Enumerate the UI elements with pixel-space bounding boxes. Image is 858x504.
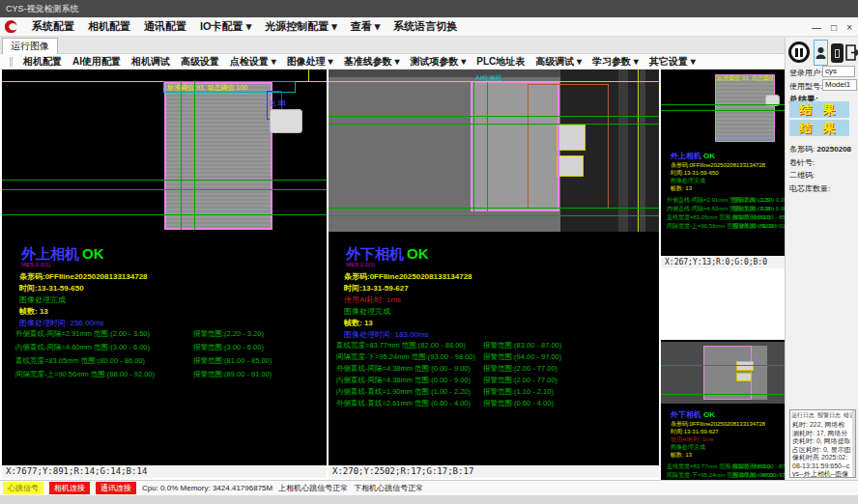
maximize-button[interactable]: □ [831, 22, 837, 33]
alarm-range: 报警范围:(89.00 - 91.00) [193, 370, 272, 379]
tool-advanced-debug[interactable]: 高级调试 ▾ [535, 55, 582, 69]
measurement-text: 外侧直线-直线=2.61mm 范围:(0.60 - 4.00) [336, 399, 471, 408]
pause-button[interactable] [788, 42, 810, 63]
thumbnail-view-upper[interactable]: 标准阈值:93, 动态阈值:100 外上相机OK 条形码:0FFIline202… [661, 70, 785, 268]
alarm-range: 报警范围:(94.00 - 97.00) [732, 471, 785, 479]
status-bar: 心跳信号 相机连接 通讯连接 Cpu: 0.0% Memory: 3424.41… [0, 480, 858, 495]
tool-image-processing[interactable]: 图像处理 ▾ [287, 55, 333, 69]
roi-box-orange [528, 84, 609, 209]
alarm-range: 报警范围:(1.10 - 2.10) [483, 387, 554, 397]
toolbar: 相机配置 AI使用配置 相机调试 高级设置 点检设置 ▾ 图像处理 ▾ 基准线参… [0, 54, 785, 70]
pixel-coordinate-status: X:267;Y:13;R:0;G:0;B:0 [661, 256, 785, 268]
measurement-text: 间隔宽度-下=95.24mm 范围:(93.00 - 98.00) [336, 352, 475, 362]
measurement-row: 直线宽度=83.05mm 范围:(80.00 - 86.00) 报警范围:(81… [2, 356, 327, 366]
tool-baseline-params[interactable]: 基准线参数 ▾ [344, 55, 400, 69]
camera-name: 外下相机 [346, 245, 404, 262]
log-area[interactable]: 运行日志 报警日志 错误日志 耗时: 222, 网络检测耗时: 17, 网络分类… [789, 409, 856, 478]
camera-connect-badge: 相机连接 [49, 482, 90, 494]
alarm-range: 报警范围:(81.00 - 85.00) [193, 356, 272, 366]
main-area: 标准阈值:93, 动态阈值:100 区:88 外上相机OK MES:2,0(1)… [0, 70, 858, 480]
user-login-button[interactable] [814, 40, 828, 66]
upper-camera-heartbeat-status: 上相机心跳信号正常 [278, 483, 348, 493]
window-controls: — □ × [812, 17, 852, 37]
frame-count-line: 帧数: 13 [671, 184, 692, 193]
menu-item-view[interactable]: 查看 ▾ [351, 19, 381, 34]
alarm-range: 报警范围:(81.00 - 85.00) [732, 213, 785, 221]
alarm-range: 报警范围:(83.00 - 87.00) [483, 341, 561, 350]
lock-button[interactable] [831, 43, 844, 63]
time-line: 时间:13-31-59-627 [344, 283, 409, 294]
measurement-row: 内侧直线-间隔=4.38mm 范围:(0.00 - 9.00) 报警范围:(2.… [329, 376, 659, 385]
tool-learn-params[interactable]: 学习参数 ▾ [592, 55, 639, 69]
barcode-line: 条形码:0FFIline20250208133134728 [19, 271, 148, 282]
measurement-text: 外侧直线-间隔=4.38mm 范围:(0.00 - 9.00) [336, 364, 471, 374]
measurement-text: 外侧直线-间隔=2.91mm 范围:(2.00 - 3.50) [15, 329, 150, 339]
result-indicator-1: 结 果 [789, 101, 849, 118]
tool-camera-config[interactable]: 相机配置 [23, 55, 62, 69]
menu-item-io-config[interactable]: IO卡配置 ▾ [200, 19, 251, 34]
threshold-overlay-label: 标准阈值:93, 动态阈值:100 [167, 83, 247, 93]
menu-item-camera-config[interactable]: 相机配置 [88, 19, 130, 34]
pixel-coordinate-status: X:7677;Y:891;R:14;G:14;B:14 [2, 465, 327, 478]
overlay-yellow-vline [308, 70, 309, 82]
exit-door-icon [845, 44, 858, 61]
cpu-memory-status: Cpu: 0.0% Memory: 3424.41796875M [142, 484, 272, 492]
menu-bar: 系统配置 相机配置 通讯配置 IO卡配置 ▾ 光源控制配置 ▾ 查看 ▾ 系统语… [0, 17, 858, 37]
measurement-row: 外侧直线-间隔=4.38mm 范围:(0.00 - 9.00) 报警范围:(2.… [329, 364, 659, 374]
alarm-range: 报警范围:(83.00 - 87.00) [732, 462, 785, 470]
lock-icon [835, 49, 840, 58]
measurement-text: 直线宽度=83.05mm 范围:(80.00 - 86.00) [15, 356, 145, 366]
measurement-row: 内侧直线-间隔=4.60mm 范围:(3.00 - 6.00) 报警范围:(3.… [2, 343, 327, 352]
measurement-row: 外侧直线-直线=2.61mm 范围:(0.60 - 4.00) 报警范围:(0.… [329, 399, 659, 408]
mes-line: MES:2,0(1) [346, 262, 375, 267]
camera-name: 外下相机 [671, 410, 701, 419]
menu-item-system-config[interactable]: 系统配置 [32, 19, 74, 34]
close-button[interactable]: × [846, 22, 852, 33]
log-tab-run[interactable]: 运行日志 [791, 411, 815, 420]
measurement-text: 内侧直线-间隔=4.38mm 范围:(0.00 - 9.00) [336, 376, 471, 385]
tool-camera-debug[interactable]: 相机调试 [131, 55, 170, 69]
menu-item-language[interactable]: 系统语言切换 [393, 19, 457, 34]
camera-result-title: 外下相机OK [671, 409, 715, 420]
tool-ai-config[interactable]: AI使用配置 [72, 55, 121, 69]
tool-advanced-settings[interactable]: 高级设置 [181, 55, 219, 69]
barcode-label: 条形码: [789, 145, 815, 154]
menu-item-comm-config[interactable]: 通讯配置 [144, 19, 186, 34]
camera-view-upper-outer[interactable]: 标准阈值:93, 动态阈值:100 区:88 外上相机OK MES:2,0(1)… [2, 70, 327, 478]
menu-item-light-config[interactable]: 光源控制配置 ▾ [265, 19, 337, 34]
alarm-range: 报警范围:(0.60 - 4.00) [483, 399, 554, 408]
overlay-green-line [329, 124, 659, 125]
alarm-range: 报警范围:(89.00 - 91.00) [732, 222, 785, 230]
minimize-button[interactable]: — [812, 22, 821, 33]
tool-plc-address[interactable]: PLC地址表 [476, 55, 525, 69]
exit-button[interactable] [845, 42, 858, 64]
overlay-green-line [661, 110, 785, 111]
camera-result-title: 外上相机OK [671, 151, 715, 161]
log-scrollbar[interactable] [852, 410, 855, 477]
overlay-green-line [661, 394, 785, 395]
tool-other-settings[interactable]: 其它设置 ▾ [649, 55, 696, 69]
model-select[interactable]: Model1 [822, 79, 857, 91]
window-bottom-edge [0, 495, 858, 504]
alarm-range: 报警范围:(2.00 - 77.00) [483, 376, 558, 385]
process-time-line: 图像处理时间: 183.00ms [344, 329, 429, 340]
user-icon [815, 46, 826, 60]
login-user-value[interactable]: cys [822, 66, 855, 77]
measurement-row: 内侧直线-直线=1.90mm 范围:(1.00 - 2.20) 报警范围:(1.… [329, 387, 659, 397]
ai-patch-box [736, 373, 752, 381]
heartbeat-badge: 心跳信号 [3, 482, 43, 494]
measurement-text: 直线宽度=83.77mm 范围:(82.00 - 88.00) [336, 341, 466, 350]
measurement-row: 直线宽度=83.77mm 范围:(82.00 - 88.00) 报警范围:(83… [329, 341, 659, 350]
log-tab-alarm[interactable]: 报警日志 [817, 411, 841, 420]
camera-name: 外上相机 [21, 245, 79, 262]
measurement-row: 间隔宽度-上=90.56mm 范围:(88.00 - 92.00) 报警范围:(… [2, 370, 327, 379]
alarm-range: 报警范围:(2.20 - 3.20) [193, 329, 264, 339]
tool-test-params[interactable]: 测试项参数 ▾ [410, 55, 466, 69]
tool-spotcheck-settings[interactable]: 点检设置 ▾ [230, 55, 276, 69]
process-done-line: 图像处理完成 [19, 294, 66, 305]
camera-view-lower-outer[interactable]: AI检测框 外下相机OK MES:2,0(1) 条形码:0FFIline2025… [329, 70, 659, 478]
tab-run-image[interactable]: 运行图像 [2, 38, 58, 54]
result-ok-badge: OK [703, 410, 715, 419]
measurement-row: 直线宽度=83.77mm 范围:(82.00 - 88.00) 报警范围:(83… [661, 462, 785, 470]
ai-time-line: 使用AI耗时: 1ms [344, 294, 401, 305]
